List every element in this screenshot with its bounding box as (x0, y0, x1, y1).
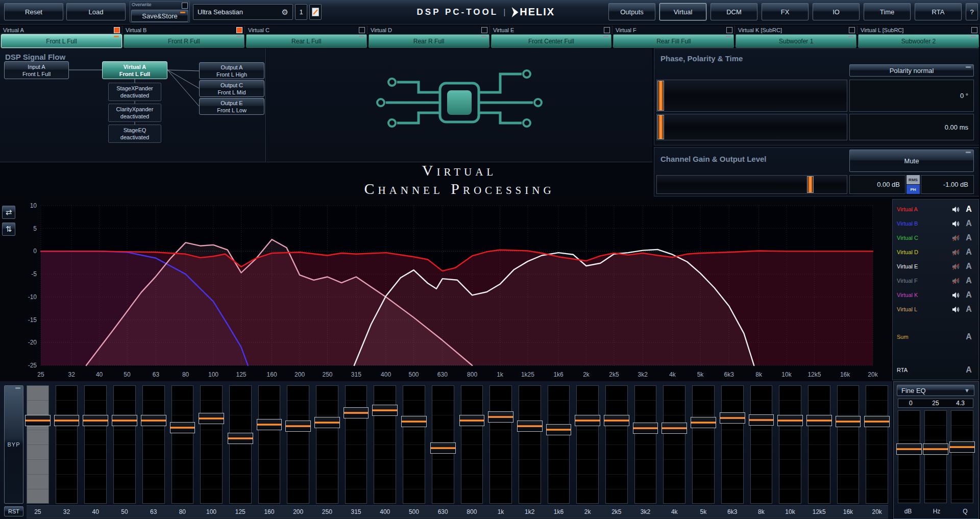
flow-stagexpander-box[interactable]: StageXPanderdeactivated (108, 83, 161, 101)
legend-row-virtual-k[interactable]: Virtual K A (897, 288, 974, 302)
rms-mode-button[interactable]: RMS (906, 175, 920, 184)
channel-button-subwoofer-1[interactable]: Subwoofer 1 (736, 34, 856, 48)
preset-number-field[interactable]: 1 (295, 4, 307, 20)
load-button[interactable]: Load (66, 3, 126, 20)
zoom-horizontal-button[interactable]: ⇄ (2, 206, 15, 219)
eq-band-handle[interactable] (604, 415, 629, 426)
legend-row-virtual-f[interactable]: Virtual F A (897, 274, 974, 288)
output-level-value[interactable]: -1.00 dB (921, 175, 974, 194)
fine-eq-handle[interactable] (923, 443, 948, 455)
eq-band-handle[interactable] (314, 417, 340, 428)
eq-band-handle[interactable] (83, 415, 108, 426)
overwrite-checkbox[interactable] (182, 3, 188, 9)
eq-band-handle[interactable] (517, 421, 543, 432)
help-button[interactable]: ? (966, 3, 978, 20)
nav-button-outputs[interactable]: Outputs (608, 3, 655, 20)
monitor-a-button[interactable]: A (963, 305, 974, 314)
zoom-vertical-button[interactable]: ⇅ (2, 223, 15, 236)
eq-band-handle[interactable] (372, 405, 398, 416)
monitor-a-button[interactable]: A (963, 365, 974, 375)
channel-button-rear-fill-full[interactable]: Rear Fill Full (613, 34, 734, 48)
speaker-icon[interactable] (952, 220, 960, 227)
channel-tab-2[interactable]: Virtual B (122, 26, 245, 34)
eq-band-handle[interactable] (864, 416, 890, 427)
eq-band-slider-630[interactable] (432, 385, 454, 504)
speaker-icon[interactable] (952, 292, 960, 299)
eq-band-handle[interactable] (488, 411, 513, 423)
monitor-a-button[interactable]: A (963, 262, 974, 271)
speaker-muted-icon[interactable] (952, 249, 960, 256)
channel-tab-1[interactable]: Virtual A (0, 26, 122, 34)
eq-band-handle[interactable] (112, 415, 137, 426)
eq-band-handle[interactable] (720, 412, 745, 424)
eq-band-handle[interactable] (459, 415, 485, 426)
legend-row-sum[interactable]: SumA (897, 330, 974, 344)
fine-eq-slider-hz[interactable] (924, 410, 947, 503)
nav-button-virtual[interactable]: Virtual (659, 3, 706, 20)
gear-icon[interactable]: ⚙ (282, 8, 288, 17)
fine-eq-slider-db[interactable] (898, 410, 920, 503)
eq-band-slider-40[interactable] (84, 385, 107, 504)
eq-band-slider-63[interactable] (142, 385, 165, 504)
phase-slider-handle[interactable] (657, 81, 664, 111)
eq-band-slider-25[interactable] (27, 385, 49, 504)
legend-row-virtual-a[interactable]: Virtual A A (897, 202, 974, 216)
nav-button-fx[interactable]: FX (762, 3, 808, 20)
eq-band-handle[interactable] (691, 417, 716, 428)
channel-link-checkbox[interactable] (236, 27, 242, 33)
channel-link-checkbox[interactable] (849, 27, 855, 33)
eq-band-slider-8k[interactable] (750, 385, 773, 504)
channel-tab-6[interactable]: Virtual F (612, 26, 735, 34)
speaker-muted-icon[interactable] (952, 235, 960, 241)
channel-link-checkbox[interactable] (359, 27, 365, 33)
fine-eq-handle[interactable] (896, 443, 922, 455)
eq-band-handle[interactable] (25, 415, 51, 426)
phase-value[interactable]: 0 ° (849, 80, 974, 112)
eq-band-slider-400[interactable] (374, 385, 396, 504)
flow-output-a-box[interactable]: Output AFront L High (199, 62, 264, 79)
flow-output-e-box[interactable]: Output EFront L Low (199, 98, 264, 115)
speaker-icon[interactable] (952, 306, 960, 313)
channel-tab-8[interactable]: Virtual L [SubRC] (857, 26, 980, 34)
eq-band-handle[interactable] (54, 415, 80, 426)
legend-row-rta[interactable]: RTAA (897, 363, 974, 377)
eq-band-slider-3k2[interactable] (634, 385, 657, 504)
gain-slider[interactable] (656, 175, 847, 194)
ph-mode-button[interactable]: PH (906, 185, 920, 194)
channel-link-checkbox[interactable] (726, 27, 732, 33)
time-slider[interactable] (656, 114, 847, 140)
channel-button-front-center-full[interactable]: Front Center Full (491, 34, 612, 48)
eq-band-handle[interactable] (285, 421, 311, 432)
speaker-icon[interactable] (952, 206, 960, 213)
eq-band-handle[interactable] (575, 415, 600, 426)
channel-link-checkbox[interactable] (481, 27, 487, 33)
eq-band-handle[interactable] (344, 407, 369, 418)
gain-slider-handle[interactable] (807, 176, 814, 193)
eq-band-handle[interactable] (257, 419, 282, 430)
eq-band-handle[interactable] (401, 416, 427, 427)
channel-button-front-r-full[interactable]: Front R Full (124, 34, 244, 48)
flow-stageeq-box[interactable]: StageEQdeactivated (108, 125, 161, 143)
eq-band-slider-125[interactable] (229, 385, 252, 504)
flow-clarityxpander-box[interactable]: ClarityXpanderdeactivated (108, 104, 161, 122)
channel-tab-4[interactable]: Virtual D (368, 26, 490, 34)
eq-band-slider-1k2[interactable] (519, 385, 541, 504)
eq-band-handle[interactable] (633, 423, 658, 434)
eq-band-slider-32[interactable] (56, 385, 78, 504)
eq-band-slider-2k5[interactable] (605, 385, 628, 504)
eq-band-handle[interactable] (170, 422, 195, 433)
monitor-a-button[interactable]: A (963, 248, 974, 257)
monitor-a-button[interactable]: A (963, 219, 974, 228)
speaker-muted-icon[interactable] (952, 278, 960, 284)
eq-band-slider-16k[interactable] (837, 385, 860, 504)
nav-button-rta[interactable]: RTA (915, 3, 962, 20)
eq-band-slider-12k5[interactable] (808, 385, 830, 504)
save-store-button[interactable]: Save&Store (131, 10, 188, 22)
eq-band-slider-4k[interactable] (663, 385, 685, 504)
eq-band-slider-6k3[interactable] (721, 385, 744, 504)
monitor-a-button[interactable]: A (963, 233, 974, 242)
eq-band-slider-250[interactable] (316, 385, 338, 504)
eq-band-handle[interactable] (199, 413, 224, 424)
setup-name-input[interactable]: Ultra Sebastian ⚙ (193, 4, 293, 20)
nav-button-time[interactable]: Time (864, 3, 911, 20)
